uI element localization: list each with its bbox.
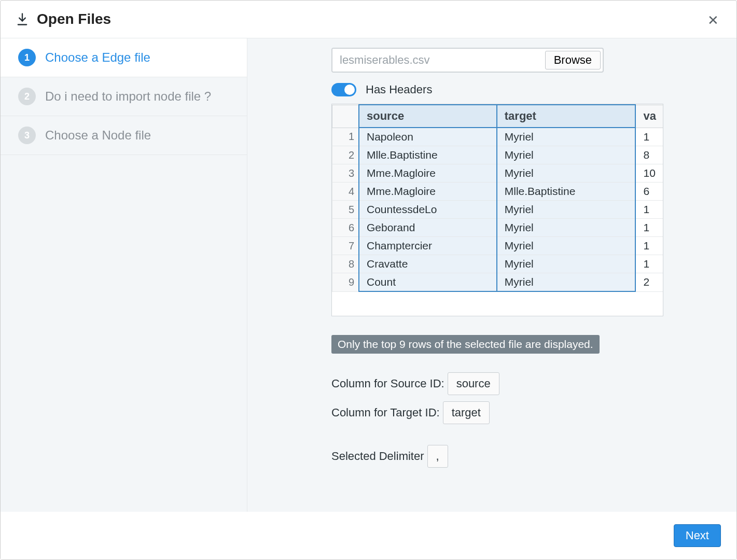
- cell[interactable]: Mme.Magloire: [359, 183, 497, 201]
- stepper-item-3[interactable]: 3Choose a Node file: [1, 116, 247, 155]
- cell[interactable]: Myriel: [497, 219, 636, 237]
- has-headers-toggle[interactable]: [331, 83, 356, 96]
- source-id-select[interactable]: source: [448, 372, 499, 395]
- cell[interactable]: Mme.Magloire: [359, 164, 497, 183]
- browse-button[interactable]: Browse: [545, 51, 601, 69]
- row-number: 5: [332, 201, 359, 219]
- cell[interactable]: Geborand: [359, 219, 497, 237]
- has-headers-label: Has Headers: [366, 83, 432, 96]
- row-number: 7: [332, 237, 359, 255]
- close-icon: ✕: [707, 12, 719, 28]
- cell[interactable]: 8: [635, 146, 663, 164]
- row-number: 8: [332, 255, 359, 273]
- cell[interactable]: CountessdeLo: [359, 201, 497, 219]
- source-id-label: Column for Source ID:: [331, 377, 444, 390]
- dialog-footer: Next: [1, 512, 736, 559]
- cell[interactable]: 6: [635, 183, 663, 201]
- row-number: 1: [332, 128, 359, 146]
- cell[interactable]: Myriel: [497, 146, 636, 164]
- row-number: 3: [332, 164, 359, 183]
- table-row: 2Mlle.BaptistineMyriel8: [332, 146, 664, 164]
- step-label: Choose a Node file: [45, 128, 151, 143]
- stepper: 1Choose a Edge file2Do i need to import …: [1, 38, 247, 512]
- table-row: 1NapoleonMyriel1: [332, 128, 664, 146]
- step-content: Browse Has Headers sourcetargetva 1Napol…: [247, 38, 736, 512]
- cell[interactable]: Myriel: [497, 237, 636, 255]
- cell[interactable]: Myriel: [497, 128, 636, 146]
- delimiter-select[interactable]: ,: [427, 445, 448, 468]
- dialog-header: Open Files ✕: [1, 1, 736, 38]
- cell[interactable]: 1: [635, 255, 663, 273]
- table-row: 9CountMyriel2: [332, 273, 664, 292]
- cell[interactable]: Myriel: [497, 201, 636, 219]
- cell[interactable]: Mlle.Baptistine: [497, 183, 636, 201]
- delimiter-label: Selected Delimiter: [331, 450, 424, 463]
- cell[interactable]: 1: [635, 201, 663, 219]
- target-id-label: Column for Target ID:: [331, 406, 440, 419]
- next-button[interactable]: Next: [674, 524, 721, 547]
- cell[interactable]: Myriel: [497, 255, 636, 273]
- table-row: 3Mme.MagloireMyriel10: [332, 164, 664, 183]
- table-row: 4Mme.MagloireMlle.Baptistine6: [332, 183, 664, 201]
- cell[interactable]: Napoleon: [359, 128, 497, 146]
- edge-file-input[interactable]: [332, 49, 543, 72]
- step-number: 2: [18, 88, 36, 105]
- rownum-header: [332, 105, 359, 128]
- target-id-select[interactable]: target: [443, 401, 490, 424]
- row-number: 6: [332, 219, 359, 237]
- step-label: Choose a Edge file: [45, 50, 150, 65]
- close-button[interactable]: ✕: [704, 13, 722, 27]
- dialog-title: Open Files: [37, 11, 111, 27]
- column-header[interactable]: va: [635, 105, 663, 128]
- cell[interactable]: 1: [635, 128, 663, 146]
- step-label: Do i need to import node file ?: [45, 89, 211, 104]
- toggle-knob: [344, 85, 355, 95]
- step-number: 3: [18, 127, 36, 144]
- table-row: 7ChamptercierMyriel1: [332, 237, 664, 255]
- cell[interactable]: Mlle.Baptistine: [359, 146, 497, 164]
- table-row: 5CountessdeLoMyriel1: [332, 201, 664, 219]
- cell[interactable]: Count: [359, 273, 497, 292]
- step-number: 1: [18, 49, 36, 66]
- row-number: 4: [332, 183, 359, 201]
- cell[interactable]: Cravatte: [359, 255, 497, 273]
- preview-table: sourcetargetva 1NapoleonMyriel12Mlle.Bap…: [332, 104, 663, 292]
- cell[interactable]: Champtercier: [359, 237, 497, 255]
- column-header[interactable]: source: [359, 105, 497, 128]
- stepper-item-2[interactable]: 2Do i need to import node file ?: [1, 77, 247, 116]
- cell[interactable]: 2: [635, 273, 663, 292]
- preview-banner: Only the top 9 rows of the selected file…: [331, 335, 600, 354]
- table-row: 6GeborandMyriel1: [332, 219, 664, 237]
- stepper-item-1[interactable]: 1Choose a Edge file: [1, 38, 247, 77]
- table-row: 8CravatteMyriel1: [332, 255, 664, 273]
- row-number: 9: [332, 273, 359, 292]
- cell[interactable]: Myriel: [497, 164, 636, 183]
- cell[interactable]: 1: [635, 237, 663, 255]
- row-number: 2: [332, 146, 359, 164]
- preview-table-wrap: sourcetargetva 1NapoleonMyriel12Mlle.Bap…: [331, 104, 663, 316]
- cell[interactable]: Myriel: [497, 273, 636, 292]
- download-icon: [15, 12, 30, 26]
- edge-file-field: Browse: [331, 48, 604, 73]
- cell[interactable]: 10: [635, 164, 663, 183]
- column-header[interactable]: target: [497, 105, 636, 128]
- cell[interactable]: 1: [635, 219, 663, 237]
- open-files-dialog: Open Files ✕ 1Choose a Edge file2Do i ne…: [0, 0, 737, 560]
